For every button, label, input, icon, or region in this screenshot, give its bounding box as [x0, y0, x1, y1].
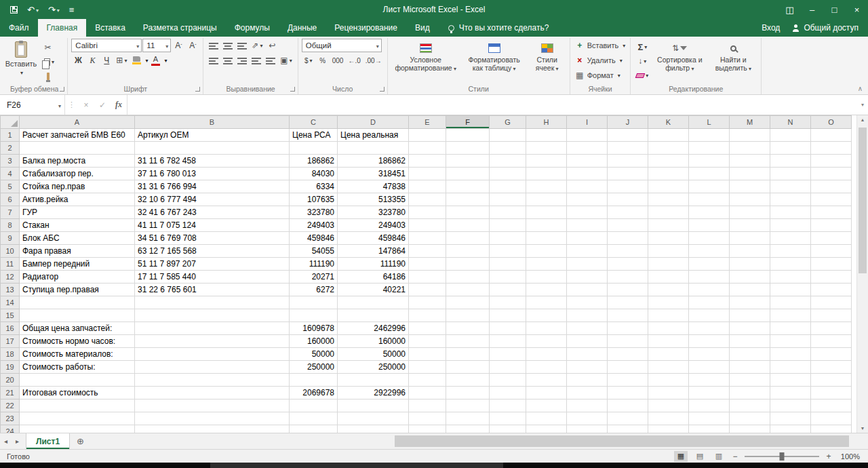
cell-L4[interactable]: [689, 168, 730, 180]
cell-M11[interactable]: [730, 258, 770, 271]
cell-E16[interactable]: [409, 322, 446, 335]
comma-format-button[interactable]: 000: [330, 54, 346, 67]
cell-J9[interactable]: [608, 232, 648, 245]
currency-dropdown[interactable]: [308, 56, 312, 65]
cell-I9[interactable]: [567, 232, 608, 245]
cell-G19[interactable]: [490, 361, 526, 374]
cell-D23[interactable]: [338, 412, 409, 425]
cell-N21[interactable]: [770, 387, 811, 399]
row-header-8[interactable]: 8: [1, 219, 20, 232]
cell-O18[interactable]: [811, 348, 852, 361]
ribbon-tab-3[interactable]: Разметка страницы: [134, 19, 226, 37]
cell-E2[interactable]: [409, 142, 446, 155]
cell-J1[interactable]: [608, 129, 648, 142]
row-header-10[interactable]: 10: [1, 245, 20, 258]
column-header-C[interactable]: C: [290, 116, 338, 129]
increase-decimal-button[interactable]: ←.0: [346, 54, 362, 67]
cell-I3[interactable]: [567, 155, 608, 168]
cell-K18[interactable]: [648, 348, 689, 361]
fill-color-button[interactable]: [130, 54, 143, 67]
cell-B20[interactable]: [135, 374, 290, 387]
cell-O24[interactable]: [811, 425, 852, 433]
cell-G23[interactable]: [490, 412, 526, 425]
cell-E17[interactable]: [409, 335, 446, 348]
cell-A5[interactable]: Стойка пер.прав: [20, 180, 135, 193]
delete-cells-dropdown[interactable]: [618, 56, 623, 64]
cell-O10[interactable]: [811, 245, 852, 258]
column-header-H[interactable]: H: [526, 116, 567, 129]
maximize-button[interactable]: □: [823, 0, 846, 19]
cell-K3[interactable]: [648, 155, 689, 168]
cell-L5[interactable]: [689, 180, 730, 193]
cell-C17[interactable]: 160000: [290, 335, 338, 348]
cell-J12[interactable]: [608, 271, 648, 284]
cell-E10[interactable]: [409, 245, 446, 258]
cell-A24[interactable]: [20, 425, 135, 433]
cell-N1[interactable]: [770, 129, 811, 142]
sign-in-link[interactable]: Вход: [762, 23, 780, 33]
font-name-combo[interactable]: Calibri: [71, 39, 142, 52]
cell-L11[interactable]: [689, 258, 730, 271]
cell-I7[interactable]: [567, 206, 608, 219]
column-header-J[interactable]: J: [608, 116, 648, 129]
cell-E12[interactable]: [409, 271, 446, 284]
cell-F6[interactable]: [446, 193, 490, 206]
cell-A17[interactable]: Стоимость нормо часов:: [20, 335, 135, 348]
cell-H7[interactable]: [526, 206, 567, 219]
cell-L16[interactable]: [689, 322, 730, 335]
cell-D19[interactable]: 250000: [338, 361, 409, 374]
cell-E1[interactable]: [409, 129, 446, 142]
row-header-6[interactable]: 6: [1, 193, 20, 206]
cell-A22[interactable]: [20, 399, 135, 412]
find-select-button[interactable]: Найти и выделить: [709, 39, 757, 73]
scroll-down-button[interactable]: ▼: [857, 426, 868, 431]
cell-M2[interactable]: [730, 142, 770, 155]
row-header-18[interactable]: 18: [1, 348, 20, 361]
cell-O16[interactable]: [811, 322, 852, 335]
cell-L15[interactable]: [689, 309, 730, 322]
cell-I14[interactable]: [567, 296, 608, 309]
font-color-dropdown[interactable]: [163, 56, 167, 65]
cell-A10[interactable]: Фара правая: [20, 245, 135, 258]
paste-button[interactable]: Вставить: [5, 39, 37, 77]
cell-H19[interactable]: [526, 361, 567, 374]
cell-G21[interactable]: [490, 387, 526, 399]
increase-font-button[interactable]: Аˆ: [172, 39, 185, 52]
cell-A21[interactable]: Итоговая стоимость: [20, 387, 135, 399]
ribbon-tab-2[interactable]: Вставка: [86, 19, 134, 37]
cell-N22[interactable]: [770, 399, 811, 412]
cell-K17[interactable]: [648, 335, 689, 348]
cell-N3[interactable]: [770, 155, 811, 168]
cell-B8[interactable]: 41 11 7 075 124: [135, 219, 290, 232]
cell-G6[interactable]: [490, 193, 526, 206]
cell-B23[interactable]: [135, 412, 290, 425]
cell-G11[interactable]: [490, 258, 526, 271]
cell-L22[interactable]: [689, 399, 730, 412]
ribbon-tab-1[interactable]: Главная: [38, 19, 87, 37]
cell-A2[interactable]: [20, 142, 135, 155]
cell-D15[interactable]: [338, 309, 409, 322]
cell-B14[interactable]: [135, 296, 290, 309]
cell-B19[interactable]: [135, 361, 290, 374]
row-header-14[interactable]: 14: [1, 296, 20, 309]
column-header-N[interactable]: N: [770, 116, 811, 129]
cell-H4[interactable]: [526, 168, 567, 180]
cell-L2[interactable]: [689, 142, 730, 155]
cell-I6[interactable]: [567, 193, 608, 206]
cell-D7[interactable]: 323780: [338, 206, 409, 219]
horizontal-scrollbar[interactable]: [107, 435, 864, 447]
cell-I2[interactable]: [567, 142, 608, 155]
borders-button[interactable]: ⊞: [114, 54, 129, 67]
cell-A13[interactable]: Ступица пер.правая: [20, 284, 135, 296]
view-page-break-button[interactable]: ▥: [712, 451, 726, 462]
fill-button[interactable]: ↓: [634, 54, 650, 68]
customize-qat-button[interactable]: ≡: [64, 0, 79, 19]
cell-I18[interactable]: [567, 348, 608, 361]
cell-B24[interactable]: [135, 425, 290, 433]
cell-B21[interactable]: [135, 387, 290, 399]
cell-L12[interactable]: [689, 271, 730, 284]
cell-C19[interactable]: 250000: [290, 361, 338, 374]
cell-I5[interactable]: [567, 180, 608, 193]
zoom-slider-thumb[interactable]: [780, 452, 785, 461]
cell-H14[interactable]: [526, 296, 567, 309]
